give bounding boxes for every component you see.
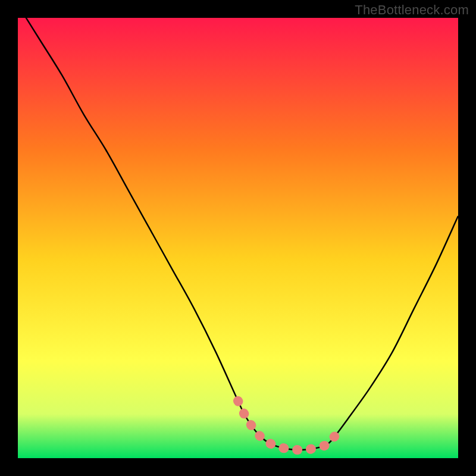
bottleneck-chart xyxy=(0,0,476,476)
plot-background xyxy=(18,18,458,458)
chart-frame: TheBottleneck.com xyxy=(0,0,476,476)
watermark-text: TheBottleneck.com xyxy=(355,2,469,18)
